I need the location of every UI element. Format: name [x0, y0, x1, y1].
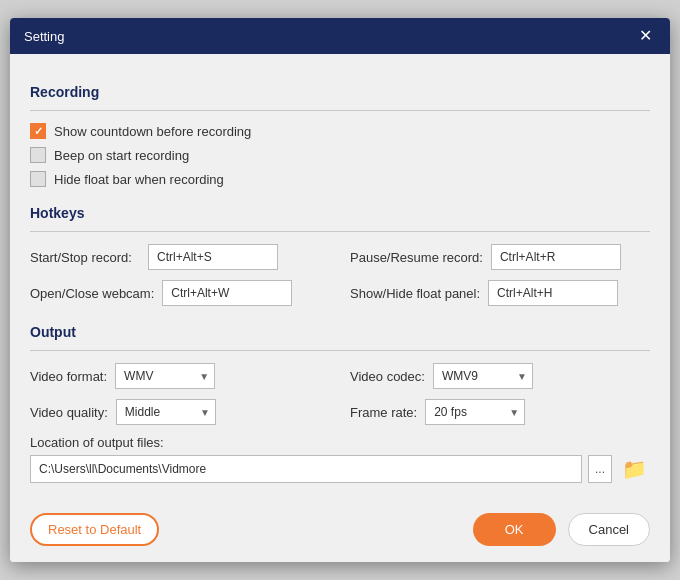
frame-rate-wrapper: 15 fps 20 fps 24 fps 30 fps 60 fps ▼	[425, 399, 525, 425]
hotkeys-title: Hotkeys	[30, 205, 650, 221]
recording-divider	[30, 110, 650, 111]
video-codec-wrapper: WMV9 H.264 H.265 MPEG-4 ▼	[433, 363, 533, 389]
dialog-content: Recording Show countdown before recordin…	[10, 54, 670, 499]
dialog-title: Setting	[24, 29, 64, 44]
ellipsis-button[interactable]: ...	[588, 455, 612, 483]
reset-button[interactable]: Reset to Default	[30, 513, 159, 546]
ok-button[interactable]: OK	[473, 513, 556, 546]
footer: Reset to Default OK Cancel	[10, 499, 670, 562]
output-grid: Video format: WMV MP4 AVI MOV GIF ▼ Vide…	[30, 363, 650, 425]
video-codec-row: Video codec: WMV9 H.264 H.265 MPEG-4 ▼	[350, 363, 650, 389]
output-divider	[30, 350, 650, 351]
footer-right: OK Cancel	[473, 513, 650, 546]
hotkeys-grid: Start/Stop record: Pause/Resume record: …	[30, 244, 650, 306]
hotkey-startstop-label: Start/Stop record:	[30, 250, 140, 265]
checkbox-hide-float[interactable]: Hide float bar when recording	[30, 171, 650, 187]
video-codec-label: Video codec:	[350, 369, 425, 384]
checkbox-beep-start-label: Beep on start recording	[54, 148, 189, 163]
frame-rate-row: Frame rate: 15 fps 20 fps 24 fps 30 fps …	[350, 399, 650, 425]
folder-icon: 📁	[622, 457, 647, 481]
title-bar: Setting ✕	[10, 18, 670, 54]
video-format-wrapper: WMV MP4 AVI MOV GIF ▼	[115, 363, 215, 389]
video-quality-select[interactable]: Low Middle High Lossless	[116, 399, 216, 425]
hotkey-startstop-input[interactable]	[148, 244, 278, 270]
checkbox-show-countdown-label: Show countdown before recording	[54, 124, 251, 139]
hotkeys-divider	[30, 231, 650, 232]
location-input[interactable]	[30, 455, 582, 483]
hotkey-floatpanel-input[interactable]	[488, 280, 618, 306]
recording-section: Recording Show countdown before recordin…	[30, 84, 650, 187]
hotkey-pauseresume: Pause/Resume record:	[350, 244, 650, 270]
hotkey-pauseresume-input[interactable]	[491, 244, 621, 270]
location-row: ... 📁	[30, 455, 650, 483]
hotkey-floatpanel-label: Show/Hide float panel:	[350, 286, 480, 301]
checkbox-show-countdown-box[interactable]	[30, 123, 46, 139]
recording-title: Recording	[30, 84, 650, 100]
hotkey-startstop: Start/Stop record:	[30, 244, 330, 270]
frame-rate-label: Frame rate:	[350, 405, 417, 420]
output-title: Output	[30, 324, 650, 340]
folder-browse-button[interactable]: 📁	[618, 455, 650, 483]
hotkey-webcam: Open/Close webcam:	[30, 280, 330, 306]
hotkey-floatpanel: Show/Hide float panel:	[350, 280, 650, 306]
hotkey-pauseresume-label: Pause/Resume record:	[350, 250, 483, 265]
cancel-button[interactable]: Cancel	[568, 513, 650, 546]
video-format-select[interactable]: WMV MP4 AVI MOV GIF	[115, 363, 215, 389]
checkbox-beep-start[interactable]: Beep on start recording	[30, 147, 650, 163]
location-section: Location of output files: ... 📁	[30, 435, 650, 483]
video-quality-wrapper: Low Middle High Lossless ▼	[116, 399, 216, 425]
video-quality-row: Video quality: Low Middle High Lossless …	[30, 399, 330, 425]
close-button[interactable]: ✕	[635, 26, 656, 46]
hotkey-webcam-label: Open/Close webcam:	[30, 286, 154, 301]
output-section: Output Video format: WMV MP4 AVI MOV GIF…	[30, 324, 650, 483]
location-label: Location of output files:	[30, 435, 650, 450]
frame-rate-select[interactable]: 15 fps 20 fps 24 fps 30 fps 60 fps	[425, 399, 525, 425]
video-codec-select[interactable]: WMV9 H.264 H.265 MPEG-4	[433, 363, 533, 389]
video-quality-label: Video quality:	[30, 405, 108, 420]
checkbox-show-countdown[interactable]: Show countdown before recording	[30, 123, 650, 139]
video-format-label: Video format:	[30, 369, 107, 384]
checkbox-hide-float-box[interactable]	[30, 171, 46, 187]
video-format-row: Video format: WMV MP4 AVI MOV GIF ▼	[30, 363, 330, 389]
settings-dialog: Setting ✕ Recording Show countdown befor…	[10, 18, 670, 562]
hotkey-webcam-input[interactable]	[162, 280, 292, 306]
checkbox-hide-float-label: Hide float bar when recording	[54, 172, 224, 187]
checkbox-beep-start-box[interactable]	[30, 147, 46, 163]
hotkeys-section: Hotkeys Start/Stop record: Pause/Resume …	[30, 205, 650, 306]
